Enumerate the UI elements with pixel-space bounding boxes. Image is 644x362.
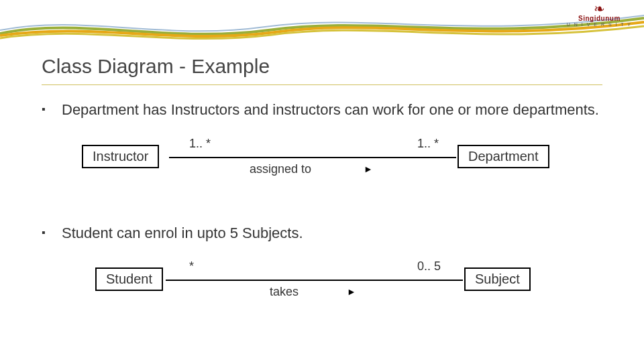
association-label: assigned to bbox=[250, 162, 311, 176]
uml-association-1: Instructor Department 1.. * 1.. * assign… bbox=[82, 130, 602, 197]
wave-decoration bbox=[0, 10, 644, 44]
association-line bbox=[169, 157, 456, 158]
slide-title: Class Diagram - Example bbox=[42, 55, 270, 78]
slide-content: ▪ Department has Instructors and instruc… bbox=[42, 101, 602, 347]
class-box-student: Student bbox=[95, 267, 163, 291]
crest-icon: ❧ bbox=[567, 3, 632, 15]
association-line bbox=[166, 280, 463, 281]
uml-association-2: Student Subject * 0.. 5 takes ► bbox=[82, 253, 602, 320]
class-box-instructor: Instructor bbox=[82, 145, 159, 168]
bullet-marker-icon: ▪ bbox=[42, 101, 62, 115]
university-subtitle: U N I V E R S I T Y bbox=[567, 22, 632, 27]
bullet-marker-icon: ▪ bbox=[42, 224, 62, 239]
slide: ❧ Singidunum U N I V E R S I T Y Class D… bbox=[0, 0, 644, 362]
class-box-department: Department bbox=[458, 145, 549, 168]
university-name: Singidunum bbox=[567, 15, 632, 22]
class-box-subject: Subject bbox=[464, 267, 531, 291]
bullet-text: Department has Instructors and instructo… bbox=[62, 101, 599, 120]
multiplicity-left: * bbox=[189, 259, 194, 274]
direction-arrow-icon: ► bbox=[347, 286, 356, 297]
association-label: takes bbox=[270, 285, 299, 299]
multiplicity-left: 1.. * bbox=[189, 137, 211, 151]
bullet-item: ▪ Student can enrol in upto 5 Subjects. bbox=[42, 224, 602, 243]
multiplicity-right: 0.. 5 bbox=[417, 259, 441, 274]
multiplicity-right: 1.. * bbox=[417, 137, 439, 151]
bullet-item: ▪ Department has Instructors and instruc… bbox=[42, 101, 602, 120]
bullet-text: Student can enrol in upto 5 Subjects. bbox=[62, 224, 303, 243]
direction-arrow-icon: ► bbox=[364, 164, 373, 174]
title-underline bbox=[42, 84, 602, 85]
university-logo: ❧ Singidunum U N I V E R S I T Y bbox=[567, 3, 632, 27]
